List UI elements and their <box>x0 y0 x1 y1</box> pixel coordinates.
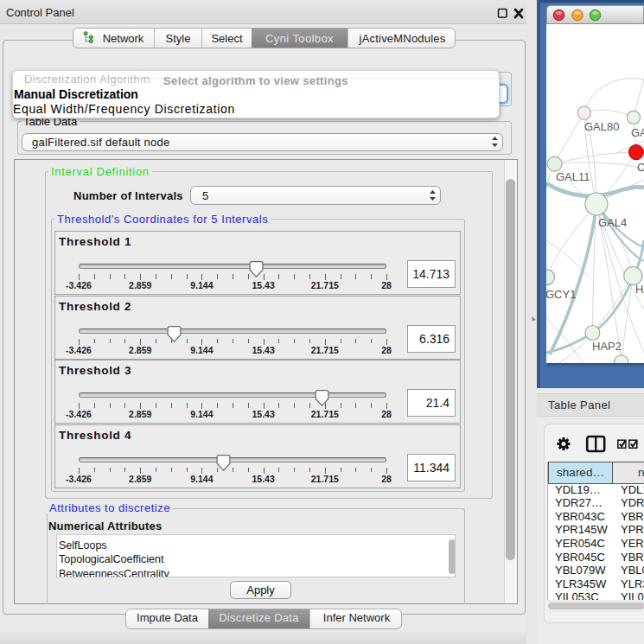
svg-text:GAL4: GAL4 <box>598 216 627 229</box>
svg-text:GCY1: GCY1 <box>546 288 576 301</box>
svg-text:HA: HA <box>635 283 644 296</box>
svg-text:HAP2: HAP2 <box>592 340 622 353</box>
svg-text:CY: CY <box>637 161 644 174</box>
svg-text:GAL80: GAL80 <box>584 120 619 133</box>
svg-text:GAL: GAL <box>631 126 644 139</box>
svg-text:GAL11: GAL11 <box>556 170 590 183</box>
